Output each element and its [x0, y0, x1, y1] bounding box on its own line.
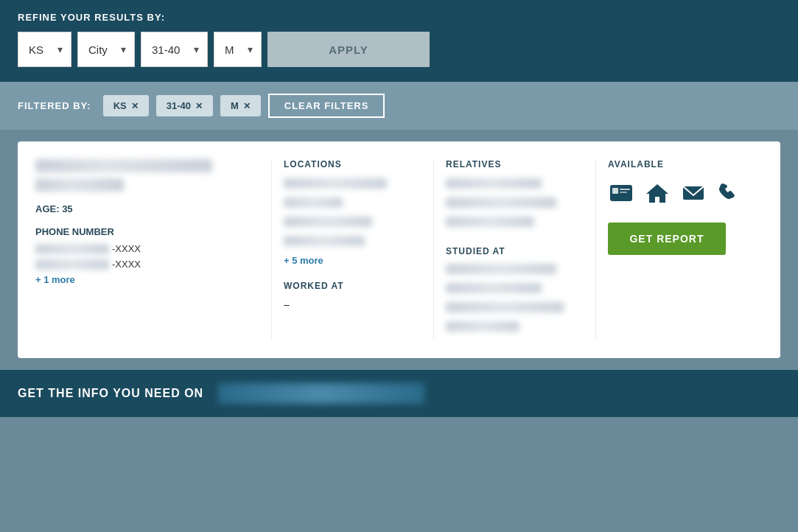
get-report-button[interactable]: GET REPORT	[608, 223, 726, 255]
studied-row-4	[446, 321, 595, 336]
more-phone-link[interactable]: + 1 more	[35, 274, 271, 285]
relative-blurred-1	[446, 178, 542, 189]
age-select-wrapper[interactable]: 31-4021-3041-50	[141, 32, 208, 67]
studied-at-section: STUDIED AT	[446, 246, 595, 336]
filtered-by-label: FILTERED BY:	[18, 100, 91, 111]
phone-suffix-2: -XXXX	[112, 259, 141, 270]
pill-gender[interactable]: M ✕	[220, 95, 261, 116]
pill-age-label: 31-40	[167, 100, 191, 111]
studied-row-1	[446, 264, 595, 279]
phone-blurred-1	[35, 244, 109, 254]
studied-blurred-2	[446, 283, 542, 293]
relative-row-2	[446, 197, 595, 212]
pill-age-close-icon[interactable]: ✕	[195, 101, 203, 111]
col-available: AVAILABLE	[595, 159, 743, 340]
email-icon	[680, 178, 707, 208]
location-row-3	[284, 217, 433, 231]
person-name-blurred	[35, 159, 212, 172]
worked-at-value: –	[284, 298, 433, 310]
col-person: AGE: 35 PHONE NUMBER -XXXX -XXXX + 1 mor…	[35, 159, 271, 340]
main-content: AGE: 35 PHONE NUMBER -XXXX -XXXX + 1 mor…	[0, 130, 798, 370]
pill-ks-close-icon[interactable]: ✕	[131, 101, 139, 111]
svg-rect-1	[612, 188, 618, 194]
phone-blurred-2	[35, 259, 109, 270]
studied-blurred-3	[446, 302, 564, 312]
location-blurred-2	[284, 197, 343, 208]
city-select[interactable]: City	[77, 32, 135, 67]
phone-icon	[715, 178, 743, 208]
filter-bar: REFINE YOUR RESULTS BY: KSALCAFL City 31…	[0, 0, 798, 82]
bottom-bar-text: GET THE INFO YOU NEED ON	[18, 387, 203, 400]
phone-line-1: -XXXX	[35, 243, 271, 254]
gender-select-wrapper[interactable]: MF	[214, 32, 262, 67]
studied-at-header: STUDIED AT	[446, 246, 595, 256]
locations-header: LOCATIONS	[284, 159, 433, 169]
relative-row-3	[446, 217, 595, 231]
relative-row-1	[446, 178, 595, 193]
location-blurred-1	[284, 178, 387, 189]
person-name-blurred-2	[35, 178, 124, 192]
svg-rect-2	[620, 189, 630, 190]
city-select-wrapper[interactable]: City	[77, 32, 135, 67]
relatives-header: RELATIVES	[446, 159, 595, 169]
relative-blurred-3	[446, 217, 534, 227]
available-header: AVAILABLE	[608, 159, 743, 169]
more-locations-link[interactable]: + 5 more	[284, 255, 433, 266]
studied-blurred-1	[446, 264, 556, 274]
col-relatives: RELATIVES STUDIED AT	[433, 159, 595, 340]
clear-filters-button[interactable]: CLEAR FILTERS	[268, 94, 385, 118]
svg-rect-3	[620, 192, 627, 193]
filter-controls: KSALCAFL City 31-4021-3041-50 MF APPLY	[18, 32, 780, 67]
bottom-bar: GET THE INFO YOU NEED ON	[0, 370, 798, 417]
location-row-4	[284, 236, 433, 251]
available-icons	[608, 178, 743, 208]
pill-gender-label: M	[231, 100, 239, 111]
svg-marker-4	[646, 184, 668, 203]
bottom-bar-blurred-name	[218, 383, 424, 404]
pill-gender-close-icon[interactable]: ✕	[243, 101, 251, 111]
state-select[interactable]: KSALCAFL	[18, 32, 71, 67]
filtered-by-row: FILTERED BY: KS ✕ 31-40 ✕ M ✕ CLEAR FILT…	[0, 82, 798, 130]
worked-at-header: WORKED AT	[284, 281, 433, 291]
id-card-icon	[608, 178, 635, 208]
filter-bar-title: REFINE YOUR RESULTS BY:	[18, 12, 780, 23]
result-card: AGE: 35 PHONE NUMBER -XXXX -XXXX + 1 mor…	[18, 141, 780, 358]
studied-row-2	[446, 283, 595, 298]
phone-line-2: -XXXX	[35, 259, 271, 270]
age-label: AGE: 35	[35, 203, 271, 214]
phone-header: PHONE NUMBER	[35, 226, 271, 237]
age-select[interactable]: 31-4021-3041-50	[141, 32, 208, 67]
gender-select[interactable]: MF	[214, 32, 262, 67]
location-blurred-4	[284, 236, 365, 246]
phone-suffix-1: -XXXX	[112, 243, 141, 254]
location-row-1	[284, 178, 433, 193]
studied-blurred-4	[446, 321, 519, 332]
col-locations: LOCATIONS + 5 more WORKED AT –	[271, 159, 433, 340]
state-select-wrapper[interactable]: KSALCAFL	[18, 32, 71, 67]
location-row-2	[284, 197, 433, 212]
studied-row-3	[446, 302, 595, 317]
pill-ks[interactable]: KS ✕	[103, 95, 149, 116]
pill-age[interactable]: 31-40 ✕	[156, 95, 213, 116]
location-blurred-3	[284, 217, 372, 227]
worked-at-section: WORKED AT –	[284, 281, 433, 310]
relative-blurred-2	[446, 197, 556, 208]
pill-ks-label: KS	[113, 100, 127, 111]
home-icon	[644, 178, 671, 208]
apply-button[interactable]: APPLY	[267, 32, 430, 67]
